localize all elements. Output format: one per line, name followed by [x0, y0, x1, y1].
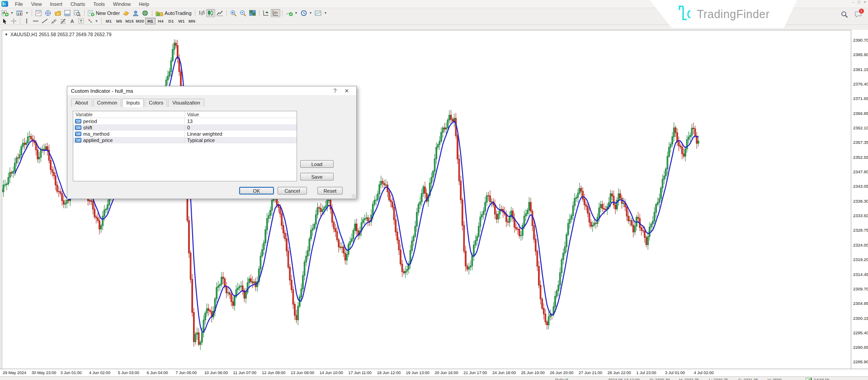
timeframe-button-m15[interactable]: M15: [124, 18, 135, 24]
menu-item-tools[interactable]: Tools: [89, 0, 109, 8]
tab-colors[interactable]: Colors: [145, 99, 167, 107]
dialog-resize-grip[interactable]: [352, 194, 355, 198]
value-cell[interactable]: 13: [185, 119, 297, 124]
timeframe-button-mn[interactable]: MN: [187, 18, 197, 24]
indicators-icon: [286, 10, 293, 16]
autotrading-button[interactable]: AutoTrading: [154, 9, 193, 17]
chat-button[interactable]: 1: [854, 11, 862, 20]
timeframe-button-m5[interactable]: M5: [114, 18, 124, 24]
navigator-button[interactable]: [53, 9, 63, 17]
crosshair-button[interactable]: [9, 17, 18, 25]
table-row[interactable]: 123applied_priceTypical price: [73, 137, 297, 143]
terminal-icon: [64, 10, 71, 16]
data-window-button[interactable]: [43, 9, 53, 17]
chart-shift-icon: [272, 10, 279, 16]
menu-item-charts[interactable]: Charts: [66, 0, 89, 8]
load-button[interactable]: Load: [300, 160, 334, 168]
templates-button[interactable]: ▼: [313, 9, 328, 17]
text-icon: A: [70, 18, 75, 24]
cursor-button[interactable]: [0, 17, 9, 25]
bar-chart-button[interactable]: [197, 9, 206, 17]
notification-badge: 1: [859, 9, 864, 14]
value-cell[interactable]: 0: [185, 125, 297, 130]
value-cell[interactable]: Typical price: [185, 138, 297, 143]
price-axis-label: 2314.45: [853, 272, 868, 277]
minimize-button[interactable]: –: [853, 0, 854, 4]
value-cell[interactable]: Linear weighted: [185, 131, 297, 137]
terminal-button[interactable]: [63, 9, 72, 17]
market-button[interactable]: [141, 9, 150, 17]
tab-inputs[interactable]: Inputs: [122, 99, 144, 107]
restore-button[interactable]: ▢: [858, 0, 861, 4]
menu-item-file[interactable]: File: [11, 0, 27, 8]
price-axis-label: 2304.95: [853, 301, 868, 306]
chevron-down-icon: ▼: [25, 11, 28, 14]
text-label-button[interactable]: T: [77, 17, 86, 25]
menu-item-window[interactable]: Window: [109, 0, 135, 8]
equidistant-channel-icon: [51, 18, 57, 24]
timeframe-button-w1[interactable]: W1: [176, 18, 187, 24]
table-row[interactable]: 123ma_methodLinear weighted: [73, 131, 297, 137]
timeframe-button-h4[interactable]: H4: [156, 18, 166, 24]
timeframe-button-m30[interactable]: M30: [135, 18, 145, 24]
tile-windows-button[interactable]: [248, 9, 257, 17]
mql5-community-button[interactable]: [131, 9, 141, 17]
table-row[interactable]: 123shift0: [73, 124, 297, 131]
timeframe-button-m1[interactable]: M1: [104, 18, 114, 24]
inputs-table[interactable]: Variable Value 123period13123shift0123ma…: [73, 111, 297, 181]
new-order-button[interactable]: New Order: [86, 9, 121, 17]
new-chart-button[interactable]: ▼: [0, 9, 15, 17]
table-row[interactable]: 123period13: [73, 118, 297, 124]
tab-about[interactable]: About: [71, 99, 92, 107]
variable-type-icon: 123: [75, 132, 81, 136]
zoom-in-button[interactable]: [229, 9, 238, 17]
fibonacci-button[interactable]: [58, 17, 68, 25]
vertical-line-button[interactable]: [22, 17, 31, 25]
ok-button[interactable]: OK: [239, 187, 274, 195]
auto-scroll-button[interactable]: [261, 9, 271, 17]
close-window-button[interactable]: ✕: [863, 0, 866, 4]
dialog-close-button[interactable]: ✕: [341, 88, 353, 94]
text-button[interactable]: A: [68, 17, 77, 25]
menu-item-help[interactable]: Help: [135, 0, 153, 8]
arrows-icon: [87, 18, 93, 24]
save-button[interactable]: Save: [300, 173, 334, 180]
metaeditor-button[interactable]: [121, 9, 131, 17]
reset-button[interactable]: Reset: [317, 187, 343, 195]
periods-button[interactable]: ▼: [299, 9, 314, 17]
search-button[interactable]: [841, 11, 848, 20]
menu-item-insert[interactable]: Insert: [46, 0, 66, 8]
trendline-button[interactable]: [40, 17, 49, 25]
tab-common[interactable]: Common: [93, 99, 122, 107]
arrows-button[interactable]: ▼: [86, 17, 99, 25]
price-axis-label: 2347.80: [853, 169, 868, 174]
dialog-title-bar[interactable]: Custom Indicator - hull_ma ? ✕: [67, 86, 356, 96]
profiles-button[interactable]: ▼: [15, 9, 30, 17]
column-header-variable[interactable]: Variable: [73, 111, 185, 118]
zoom-in-icon: [230, 10, 237, 16]
candlestick-chart-button[interactable]: [206, 9, 215, 17]
equidistant-channel-button[interactable]: [49, 17, 58, 25]
time-axis-label: 5 Jun 03:00: [118, 370, 139, 375]
time-axis[interactable]: 29 May 202430 May 23:003 Jun 01:004 Jun …: [0, 369, 868, 376]
cancel-button[interactable]: Cancel: [278, 187, 307, 195]
status-item: O: 2330.30: [650, 378, 670, 380]
price-chart-canvas[interactable]: [0, 31, 850, 369]
indicators-button[interactable]: ▼: [284, 9, 299, 17]
line-chart-icon: [217, 10, 223, 16]
market-watch-button[interactable]: [34, 9, 43, 17]
zoom-out-button[interactable]: [238, 9, 248, 17]
strategy-tester-button[interactable]: [72, 9, 82, 17]
chart-shift-button[interactable]: [271, 9, 280, 17]
line-chart-button[interactable]: [215, 9, 225, 17]
horizontal-line-button[interactable]: [31, 17, 40, 25]
timeframe-button-d1[interactable]: D1: [166, 18, 176, 24]
timeframe-button-h1[interactable]: H1: [145, 18, 156, 24]
dialog-help-button[interactable]: ?: [329, 88, 341, 94]
tab-visualization[interactable]: Visualization: [168, 99, 204, 107]
price-axis-label: 2319.20: [853, 257, 868, 262]
menu-item-view[interactable]: View: [27, 0, 46, 8]
price-axis[interactable]: 2390.702385.902381.152376.402371.652366.…: [851, 30, 868, 369]
variable-type-icon: 123: [75, 125, 81, 130]
column-header-value[interactable]: Value: [185, 111, 297, 118]
